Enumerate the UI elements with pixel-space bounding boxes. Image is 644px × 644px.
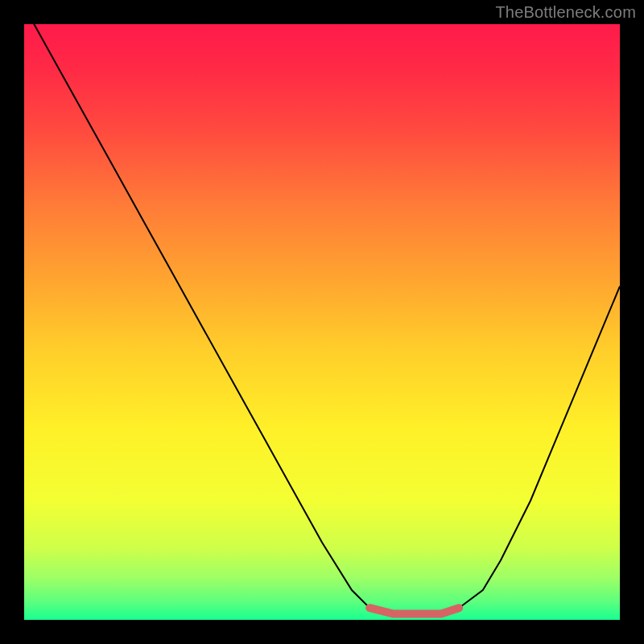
plot-area bbox=[24, 24, 620, 620]
chart-frame: TheBottleneck.com bbox=[0, 0, 644, 644]
curve-layer bbox=[24, 24, 620, 620]
attribution-text: TheBottleneck.com bbox=[495, 3, 636, 22]
optimal-range-curve bbox=[369, 608, 459, 613]
bottleneck-curve bbox=[24, 24, 620, 614]
